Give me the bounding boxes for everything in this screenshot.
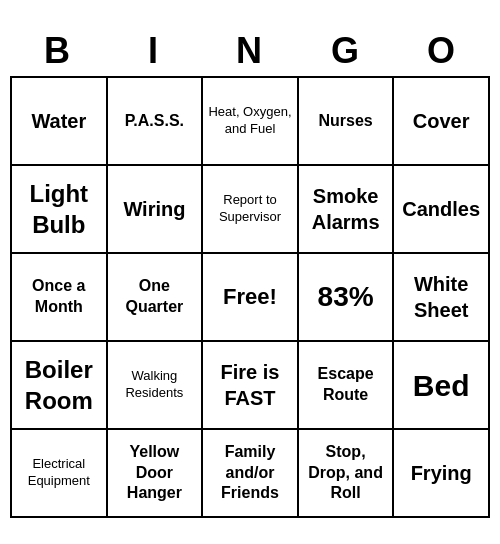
bingo-cell: Light Bulb <box>12 166 108 254</box>
bingo-cell: Frying <box>394 430 490 518</box>
bingo-cell: Walking Residents <box>108 342 204 430</box>
bingo-cell: Once a Month <box>12 254 108 342</box>
bingo-header: BINGO <box>10 26 490 76</box>
bingo-cell: Bed <box>394 342 490 430</box>
bingo-grid: WaterP.A.S.S.Heat, Oxygen, and FuelNurse… <box>10 76 490 518</box>
bingo-cell: Free! <box>203 254 299 342</box>
bingo-cell: Water <box>12 78 108 166</box>
header-letter: O <box>394 26 490 76</box>
bingo-cell: Candles <box>394 166 490 254</box>
bingo-cell: Boiler Room <box>12 342 108 430</box>
header-letter: N <box>202 26 298 76</box>
bingo-cell: 83% <box>299 254 395 342</box>
bingo-cell: Yellow Door Hanger <box>108 430 204 518</box>
bingo-cell: Stop, Drop, and Roll <box>299 430 395 518</box>
bingo-cell: Smoke Alarms <box>299 166 395 254</box>
bingo-card: BINGO WaterP.A.S.S.Heat, Oxygen, and Fue… <box>10 26 490 518</box>
bingo-cell: Report to Supervisor <box>203 166 299 254</box>
bingo-cell: Heat, Oxygen, and Fuel <box>203 78 299 166</box>
bingo-cell: Cover <box>394 78 490 166</box>
bingo-cell: White Sheet <box>394 254 490 342</box>
bingo-cell: Family and/or Friends <box>203 430 299 518</box>
bingo-cell: Fire is FAST <box>203 342 299 430</box>
header-letter: B <box>10 26 106 76</box>
bingo-cell: One Quarter <box>108 254 204 342</box>
bingo-cell: Electrical Equipment <box>12 430 108 518</box>
header-letter: G <box>298 26 394 76</box>
bingo-cell: Wiring <box>108 166 204 254</box>
header-letter: I <box>106 26 202 76</box>
bingo-cell: Escape Route <box>299 342 395 430</box>
bingo-cell: Nurses <box>299 78 395 166</box>
bingo-cell: P.A.S.S. <box>108 78 204 166</box>
